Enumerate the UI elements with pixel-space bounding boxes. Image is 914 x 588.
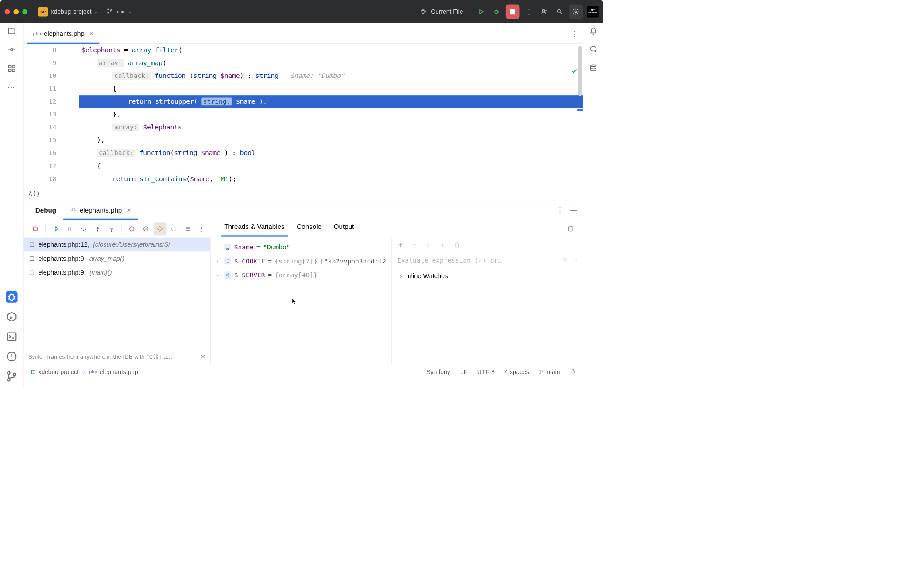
svg-point-37 [590, 65, 596, 67]
problems-tool-icon[interactable] [6, 351, 17, 362]
breadcrumb-bar[interactable]: λ() [23, 187, 583, 200]
step-into-icon[interactable] [91, 222, 104, 235]
svg-rect-31 [456, 244, 459, 247]
breadcrumb-sep-icon: › [83, 368, 85, 375]
settings-button[interactable] [569, 5, 583, 19]
vcs-branch[interactable]: main ⌄ [107, 8, 132, 15]
project-tool-icon[interactable] [8, 27, 15, 35]
svg-point-34 [540, 373, 541, 374]
svg-rect-28 [30, 243, 34, 247]
evaluate-input[interactable]: Evaluate expression (⏎) or… [397, 257, 558, 264]
debug-more-icon[interactable]: ⋮ [557, 206, 563, 214]
editor[interactable]: 8 9 10 11 12 13 14 15 16 17 18 $elephant… [23, 44, 583, 187]
vcs-tool-icon[interactable] [6, 371, 17, 382]
bug-icon [70, 206, 77, 214]
debug-settings-icon[interactable] [167, 222, 180, 235]
framework-indicator[interactable]: Symfony [426, 368, 450, 375]
branch-name: main [116, 9, 126, 14]
close-tip-icon[interactable]: ✕ [201, 353, 205, 360]
output-tab[interactable]: Output [334, 223, 354, 235]
variable-row[interactable]: › 1≡2≡ $_SERVER = {array[40]} [211, 268, 392, 282]
mute-breakpoints-icon[interactable] [139, 222, 152, 235]
console-tab[interactable]: Console [297, 223, 321, 235]
encoding[interactable]: UTF-8 [477, 368, 495, 375]
terminal-tool-icon[interactable] [6, 331, 17, 342]
variable-row[interactable]: › 1≡2≡ $_COOKIE = {string[7]} ["sb2vvpnn… [211, 254, 392, 268]
editor-scrollbar[interactable] [578, 46, 582, 96]
fold-gutter[interactable] [62, 44, 79, 187]
svg-point-2 [110, 10, 112, 11]
remove-watch-icon[interactable] [411, 241, 418, 248]
indent[interactable]: 4 spaces [504, 368, 529, 375]
expand-eval-icon[interactable]: ⌄ [575, 256, 577, 264]
breadcrumb-project[interactable]: xdebug-project [31, 368, 79, 375]
svg-point-3 [422, 10, 425, 13]
chevron-down-icon[interactable]: ⌄ [94, 9, 98, 14]
expand-icon[interactable]: › [216, 258, 221, 264]
services-tool-icon[interactable] [6, 311, 17, 322]
svg-rect-29 [30, 257, 34, 261]
threads-variables-tab[interactable]: Threads & Variables [224, 223, 284, 235]
debug-session-tab[interactable]: elephants.php ✕ [63, 200, 138, 220]
notifications-icon[interactable] [589, 27, 597, 35]
more-tools-icon[interactable]: ⋯ [8, 83, 15, 91]
editor-marker[interactable] [577, 109, 583, 111]
status-branch[interactable]: main [539, 368, 560, 375]
debug-tool-icon[interactable] [6, 291, 17, 302]
stop-debug-icon[interactable] [29, 222, 42, 235]
project-name[interactable]: xdebug-project [51, 8, 92, 15]
run-configuration[interactable]: Current File ⌄ [431, 8, 470, 15]
svg-rect-27 [568, 227, 573, 231]
step-out-icon[interactable] [105, 222, 118, 235]
run-button[interactable] [475, 6, 487, 17]
tab-more-icon[interactable]: ⋮ [571, 30, 578, 37]
variable-row[interactable]: 1001 $name = "Dumbo" [211, 240, 392, 254]
svg-point-0 [108, 9, 109, 10]
debug-more-icon[interactable]: ⋮ [196, 222, 209, 235]
breadcrumb-file[interactable]: php elephants.php [89, 368, 138, 375]
frame-row[interactable]: elephants.php:9, array_map() [23, 251, 210, 266]
maximize-window[interactable] [22, 9, 27, 14]
add-watch-icon[interactable] [397, 241, 404, 248]
stop-button[interactable] [506, 5, 520, 19]
code-with-me-icon[interactable] [538, 6, 550, 17]
debug-listen-icon[interactable] [418, 6, 429, 17]
view-breakpoints-icon[interactable] [125, 222, 138, 235]
inspection-ok-icon[interactable] [571, 68, 578, 74]
resume-icon[interactable] [49, 222, 62, 235]
line-separator[interactable]: LF [460, 368, 467, 375]
structure-tool-icon[interactable] [8, 64, 15, 72]
watch-down-icon[interactable] [439, 241, 446, 248]
search-icon[interactable] [554, 6, 565, 17]
titlebar: XP xdebug-project ⌄ main ⌄ Current File … [0, 0, 603, 23]
close-session-icon[interactable]: ✕ [127, 207, 131, 213]
svg-rect-36 [571, 371, 575, 373]
frame-row[interactable]: elephants.php:12, {closure:/Users/jetbra… [23, 238, 210, 252]
minimize-window[interactable] [13, 9, 19, 14]
close-tab-icon[interactable]: ✕ [89, 30, 93, 37]
stop-icon [510, 9, 515, 14]
lock-icon[interactable] [570, 368, 576, 376]
close-window[interactable] [5, 9, 10, 14]
svg-point-7 [575, 11, 577, 12]
history-icon[interactable] [562, 256, 569, 264]
pause-icon[interactable] [63, 222, 76, 235]
debug-button[interactable] [490, 6, 502, 17]
ai-assistant-icon[interactable] [589, 46, 597, 54]
editor-tab[interactable]: php elephants.php ✕ [27, 23, 99, 44]
code-area[interactable]: $elephants = array_filter( array: array_… [79, 44, 583, 187]
break-exception-icon[interactable] [154, 222, 167, 235]
frame-row[interactable]: elephants.php:9, {main}() [23, 266, 210, 280]
expand-icon[interactable]: › [216, 272, 221, 278]
layout-settings-icon[interactable] [564, 222, 577, 235]
copy-watch-icon[interactable] [453, 241, 461, 248]
database-tool-icon[interactable] [589, 64, 597, 72]
thread-dump-icon[interactable] [182, 222, 194, 235]
more-actions-icon[interactable]: ⋮ [523, 6, 534, 17]
minimize-panel-icon[interactable]: — [570, 206, 577, 214]
inline-watches-row[interactable]: › Inline Watches [392, 269, 583, 284]
watch-up-icon[interactable] [425, 241, 432, 248]
svg-rect-20 [34, 227, 37, 231]
commit-tool-icon[interactable] [8, 46, 15, 54]
step-over-icon[interactable] [77, 222, 90, 235]
